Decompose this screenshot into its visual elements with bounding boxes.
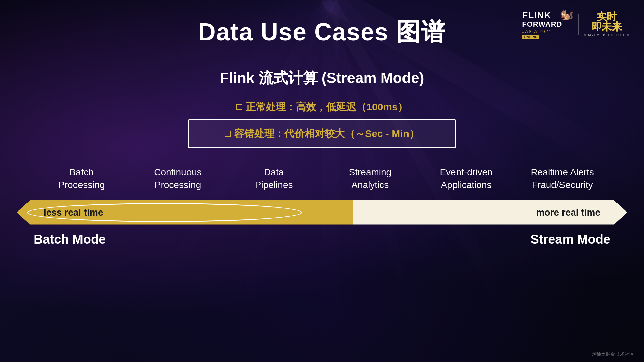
logo-divider <box>578 14 579 35</box>
use-case-pipelines: DataPipelines <box>226 166 322 191</box>
bottom-labels: Batch Mode Stream Mode <box>20 232 624 247</box>
arrow-right: more real time <box>353 200 627 225</box>
arrow-left: less real time <box>17 200 353 225</box>
stream-mode-label: Stream Mode <box>530 232 610 247</box>
logo-flink-top: FLINK 🐿️ <box>522 9 574 20</box>
main-content: FLINK 🐿️ FORWARD #ASIA 2021 ONLINE 实时 即未… <box>0 0 644 362</box>
batch-mode-label: Batch Mode <box>34 232 106 247</box>
logo-sub: #ASIA 2021 <box>522 29 552 34</box>
use-case-realtime: Realtime AlertsFraud/Security <box>514 166 610 191</box>
logo-chinese: 实时 即未来 REAL-TIME IS THE FUTURE <box>583 12 631 37</box>
arrow-section: less real time more real time <box>17 197 627 228</box>
bullet-fault <box>225 131 231 137</box>
use-case-event-driven: Event-drivenApplications <box>418 166 515 191</box>
chinese-mid: 即未来 <box>592 22 622 32</box>
info-fault-box: 容错处理：代价相对较大（～Sec - Min） <box>188 119 456 148</box>
info-normal: 正常处理：高效，低延迟（100ms） <box>236 100 408 114</box>
logo-forward: FORWARD <box>522 20 562 29</box>
use-case-batch: BatchProcessing <box>34 166 130 191</box>
arrow-right-text: more real time <box>536 207 600 218</box>
use-case-streaming: StreamingAnalytics <box>322 166 418 191</box>
page-title: Data Use Cases 图谱 <box>198 16 446 48</box>
logo-area: FLINK 🐿️ FORWARD #ASIA 2021 ONLINE 实时 即未… <box>522 9 631 39</box>
info-fault-text: 容错处理：代价相对较大（～Sec - Min） <box>205 127 439 141</box>
oval-highlight <box>27 203 302 222</box>
flink-forward-logo: FLINK 🐿️ FORWARD #ASIA 2021 ONLINE <box>522 9 574 39</box>
logo-online: ONLINE <box>522 35 539 39</box>
use-cases-row: BatchProcessing ContinuousProcessing Dat… <box>20 166 624 191</box>
use-case-continuous: ContinuousProcessing <box>130 166 226 191</box>
bullet-normal <box>236 104 242 110</box>
subtitle: Flink 流式计算 (Stream Mode) <box>220 68 424 88</box>
logo-flink-text: FLINK <box>522 10 551 20</box>
chinese-bottom: REAL-TIME IS THE FUTURE <box>583 33 631 37</box>
info-normal-text: 正常处理：高效，低延迟（100ms） <box>246 101 408 112</box>
info-boxes: 正常处理：高效，低延迟（100ms） 容错处理：代价相对较大（～Sec - Mi… <box>188 100 456 148</box>
chinese-top: 实时 <box>597 12 617 22</box>
fault-text: 容错处理：代价相对较大（～Sec - Min） <box>234 128 419 139</box>
